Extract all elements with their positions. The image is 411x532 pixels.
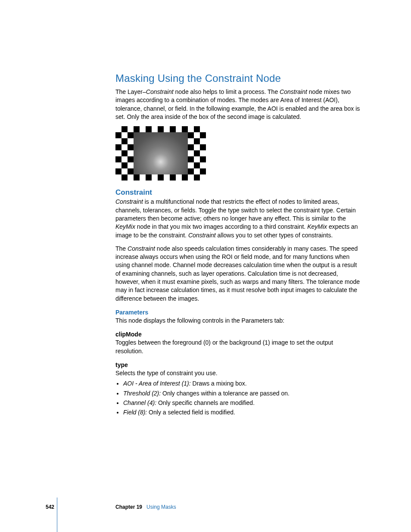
page-number: 542 xyxy=(46,504,54,510)
page-content: Masking Using the Constraint Node The La… xyxy=(115,72,361,422)
list-item: AOI - Area of Interest (1): Draws a mixi… xyxy=(123,379,361,388)
example-image xyxy=(115,126,206,180)
constraint-para-1: Constraint is a multifunctional node tha… xyxy=(115,198,361,240)
list-item: Channel (4): Only specific channels are … xyxy=(123,398,361,407)
example-image-inner xyxy=(134,132,188,174)
list-item: Field (8): Only a selected field is modi… xyxy=(123,408,361,417)
margin-rule xyxy=(57,498,57,532)
parameters-intro: This node displays the following control… xyxy=(115,317,361,325)
constraint-para-2: The Constraint node also speeds calculat… xyxy=(115,245,361,303)
type-heading: type xyxy=(115,361,361,368)
type-list: AOI - Area of Interest (1): Draws a mixi… xyxy=(115,379,361,417)
type-intro: Selects the type of constraint you use. xyxy=(115,369,361,377)
parameters-heading: Parameters xyxy=(115,309,361,316)
section-heading: Masking Using the Constraint Node xyxy=(115,72,361,84)
subsection-heading-constraint: Constraint xyxy=(115,188,361,197)
chapter-label: Chapter 19Using Masks xyxy=(115,504,176,510)
clipmode-heading: clipMode xyxy=(115,331,361,338)
intro-paragraph: The Layer–Constraint node also helps to … xyxy=(115,88,361,121)
clipmode-text: Toggles between the foreground (0) or th… xyxy=(115,339,361,355)
list-item: Threshold (2): Only changes within a tol… xyxy=(123,389,361,398)
